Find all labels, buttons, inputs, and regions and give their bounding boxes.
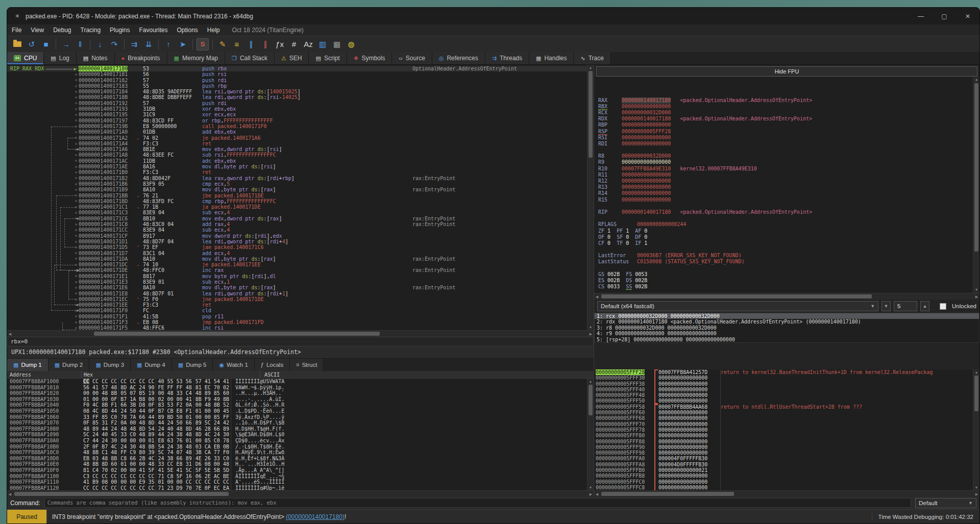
minimize-button[interactable]: — (909, 8, 933, 24)
open-file-icon[interactable] (11, 38, 23, 51)
argument-row[interactable]: 2: rdx 0000000140017180 <packed.Optional… (595, 319, 979, 325)
run-to-user-icon[interactable]: ➤ (177, 38, 189, 51)
register-line[interactable]: R1000007FFB8A49E310kernel32.00007FFB8A49… (598, 166, 972, 172)
close-button[interactable]: ✕ (956, 8, 979, 24)
disasm-row[interactable]: 00000001400171F0FCcld (7, 308, 587, 313)
arg-count-down-button[interactable]: ▼ (881, 301, 891, 311)
calling-convention-select[interactable]: Default (x64 fastcall) ▼ (597, 301, 878, 311)
restart-icon[interactable]: ↺ (26, 38, 38, 51)
dump-row[interactable]: 00007FFB8BAF10905C 24 40 4533 C0 48 8944… (7, 432, 587, 438)
stack-row[interactable]: 00000000005FFF380000000000000000 (594, 381, 973, 387)
arg-count-value[interactable]: 5 (894, 301, 917, 311)
dump-tab-watch-1[interactable]: ◉Watch 1 (213, 359, 254, 371)
disasm-row[interactable]: 00000001400171C68B10mov edx,dword ptr ds… (7, 216, 587, 221)
disasm-row[interactable]: 00000001400171D783C1 04add ecx,4 (7, 251, 587, 256)
breakpoint-dot-icon[interactable] (75, 91, 77, 93)
menu-file[interactable]: File (7, 24, 26, 36)
edit-icon[interactable]: ✎ (216, 38, 229, 51)
disasm-row[interactable]: 00000001400171A001DBadd ebx,ebx (7, 129, 587, 135)
disasm-row[interactable]: 000000014001719531C9xor ecx,ecx (7, 112, 587, 117)
stack-row[interactable]: 00000000005FFF700000000000000000 (594, 421, 973, 427)
dump-row[interactable]: 00007FFB8BAF1040F0 4C 8B F166 3B D8 0F83… (7, 402, 587, 408)
register-line[interactable]: R8000000000032D000 (598, 153, 972, 159)
stack-row[interactable]: 00000000005FFFB80000000000000000 (594, 473, 973, 479)
breakpoint-gutter[interactable] (7, 83, 79, 89)
trace-into-icon[interactable]: ⇉ (128, 38, 140, 51)
scroll-down-icon[interactable]: ▼ (587, 325, 594, 330)
register-line[interactable]: R140000000000000000 (598, 190, 972, 196)
stack-row[interactable]: 00000000005FFF300000000000000000 (594, 375, 973, 381)
scroll-down-icon[interactable]: ▼ (587, 485, 594, 490)
unlocked-checkbox[interactable] (940, 303, 946, 310)
dump-row[interactable]: 00007FFB8BAF111041 B9 08 0000 00 E9 3501… (7, 479, 587, 485)
disasm-row[interactable]: 00000001400171A274 02⌄je packed.1400171A… (7, 135, 587, 141)
dump-hscrollbar[interactable]: ◀ ▶ (7, 490, 594, 497)
dump-row[interactable]: 00007FFB8BAF101056 41 57 488D AC 24 90FE… (7, 385, 587, 391)
disasm-row[interactable]: 00000001400171E383E9 01sub ecx,1 (7, 279, 587, 285)
dump-row[interactable]: 00007FFB8BAF108048 89 44 2448 48 8D 5424… (7, 426, 587, 432)
disasm-row[interactable]: 00000001400171A68B1Emov ebx,dword ptr ds… (7, 146, 587, 152)
scroll-up-icon[interactable]: ▲ (587, 379, 594, 384)
scroll-left-icon[interactable]: ◀ (7, 491, 13, 497)
register-line[interactable]: RCX000000000032D000 (598, 110, 972, 116)
argument-row[interactable]: 5: [rsp+28] 0000000000000000 00000000000… (595, 337, 979, 342)
scroll-right-icon[interactable]: ▶ (588, 331, 594, 337)
register-line[interactable]: LastStatusC0150008 (STATUS_SXS_KEY_NOT_F… (598, 259, 972, 265)
dump-row[interactable]: 00007FFB8BAF106033 FF 85 C078 7A 66 4489… (7, 414, 587, 420)
stack-row[interactable]: 00000000005FFFB00000000000000021 (594, 467, 973, 473)
stack-vscrollbar[interactable]: ▲ ▼ (973, 369, 979, 490)
command-profile-select[interactable]: Default ▼ (915, 498, 976, 508)
disasm-row[interactable]: 00000001400171B98A10mov dl,byte ptr ds:[… (7, 187, 587, 192)
disasm-row[interactable]: 00000001400171EC75 F0⌃jne packed.1400171… (7, 296, 587, 302)
register-line[interactable]: R110000000000000000 (598, 172, 972, 178)
dump-row[interactable]: 00007FFB8BAF10F081 C4 70 0200 00 41 5F41… (7, 467, 587, 473)
stack-row[interactable]: 00000000005FFF480000000000000000 (594, 392, 973, 398)
disasm-row[interactable]: 00000001400171F141:5Bpop r11 (7, 314, 587, 319)
disasm-row[interactable]: 00000001400171B0F3:C3ret (7, 169, 587, 175)
scroll-thumb[interactable] (589, 385, 593, 415)
disasm-row[interactable]: 00000001400171DE48:FFC0inc raxrax:EntryP… (7, 267, 587, 273)
menu-favourites[interactable]: Favourites (134, 24, 172, 36)
scroll-left-icon[interactable]: ◀ (594, 293, 600, 300)
functions-icon[interactable]: ƒx (274, 38, 286, 51)
register-line[interactable]: RBX0000000000000000 (598, 104, 972, 110)
tab-cpu[interactable]: 64CPU (7, 52, 44, 64)
stack-row[interactable]: 00000000005FFF500000000000000000 (594, 398, 973, 404)
memory-icon[interactable]: ▦ (331, 38, 343, 51)
disasm-row[interactable]: 00000001400171DA8A10mov dl,byte ptr ds:[… (7, 256, 587, 262)
register-gap[interactable] (598, 265, 972, 271)
dump-row[interactable]: 00007FFB8BAF103001 00 00 0FB7 1A B8 0002… (7, 396, 587, 403)
scroll-down-icon[interactable]: ▼ (973, 287, 979, 293)
scroll-right-icon[interactable]: ▶ (588, 491, 594, 497)
tab-breakpoints[interactable]: ●Breakpoints (115, 52, 167, 64)
breakpoint-dot-icon[interactable] (75, 114, 77, 116)
disasm-row[interactable]: 000000014001719BE8 50000000call packed.1… (7, 123, 587, 129)
tab-source[interactable]: ‹›Source (392, 52, 432, 64)
disasm-row[interactable]: 00000001400171AC11DBadc ebx,ebx (7, 158, 587, 164)
breakpoint-gutter[interactable] (7, 106, 79, 112)
breakpoint-dot-icon[interactable] (75, 315, 77, 317)
dump-row[interactable]: 00007FFB8BAF102000 00 48 8B05 07 B5 1900… (7, 390, 587, 396)
register-gap[interactable] (598, 215, 972, 221)
stack-row[interactable]: 00000000005FFFC80000000000000000 (594, 485, 973, 490)
dump-tab-dump-2[interactable]: ▦Dump 2 (48, 359, 90, 371)
tab-threads[interactable]: ⇉Threads (485, 52, 529, 64)
breakpoint-gutter[interactable] (7, 101, 79, 106)
tab-symbols[interactable]: ❖Symbols (347, 52, 393, 64)
disasm-row[interactable]: 000000014001718448:8D35 9ADEFFFFlea rsi,… (7, 89, 587, 94)
tab-trace[interactable]: ∿Trace (574, 52, 610, 64)
tab-notes[interactable]: ▤Notes (77, 52, 115, 64)
register-line[interactable]: GS 002B FS 0053 (598, 271, 972, 278)
scroll-thumb[interactable] (601, 492, 734, 496)
scroll-down-icon[interactable]: ▼ (973, 485, 979, 490)
bookmarks-icon[interactable]: ∥ (259, 38, 272, 51)
pause-icon[interactable]: ‖ (74, 38, 86, 51)
breakpoint-dot-icon[interactable] (75, 85, 77, 87)
stack-row[interactable]: 00000000005FFF600000000000000000 (594, 410, 973, 415)
disasm-row[interactable]: 00000001400171DC74 10⌄je packed.1400171E… (7, 262, 587, 267)
labels-icon[interactable]: ∥ (245, 38, 257, 51)
register-line[interactable]: R130000000000000000 (598, 184, 972, 190)
disasm-row[interactable]: 00000001400171E18817mov byte ptr ds:[rdi… (7, 273, 587, 279)
comments-icon[interactable]: ≡ (231, 38, 243, 51)
dump-row[interactable]: 00007FFB8BAF1000CC CC CC CCCC CC CC CC40… (7, 379, 587, 385)
